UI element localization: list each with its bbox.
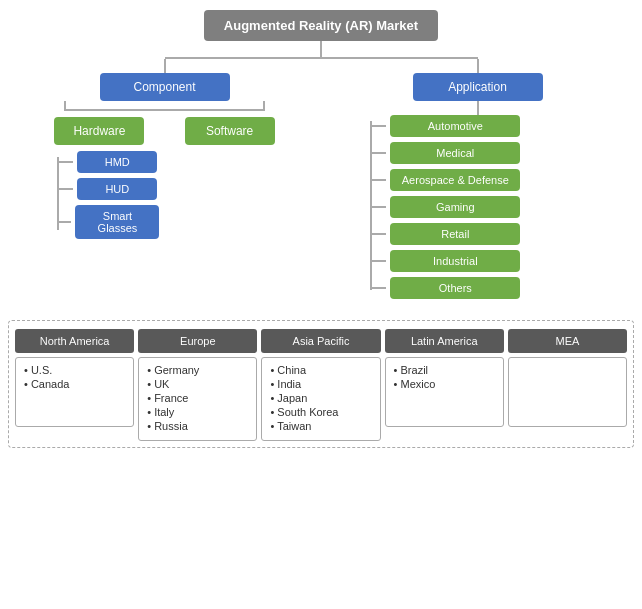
app-item-box: Others	[390, 277, 520, 299]
app-horiz-connector	[370, 260, 386, 262]
hw-horiz-connector	[57, 161, 73, 163]
region-header: North America	[15, 329, 134, 353]
hardware-col: Hardware HMDHUDSmart Glasses	[39, 117, 159, 244]
software-col: Software	[170, 117, 290, 145]
application-box: Application	[413, 73, 543, 101]
app-item-row: Retail	[370, 223, 602, 245]
hw-vert-bar	[57, 157, 59, 230]
hw-horiz-connector	[57, 188, 73, 190]
app-horiz-connector	[370, 152, 386, 154]
comp-horiz	[64, 109, 264, 111]
region-item: Germany	[147, 364, 248, 376]
region-content: BrazilMexico	[385, 357, 504, 427]
region-header: Latin America	[385, 329, 504, 353]
root-vert-line	[320, 41, 322, 57]
region-header: Asia Pacific	[261, 329, 380, 353]
region-item: India	[270, 378, 371, 390]
app-horiz-connector	[370, 206, 386, 208]
region-col: Asia PacificChinaIndiaJapanSouth KoreaTa…	[261, 329, 380, 441]
regions-row: North AmericaU.S.CanadaEuropeGermanyUKFr…	[15, 329, 627, 441]
root-label: Augmented Reality (AR) Market	[204, 10, 438, 41]
hw-item-row: HMD	[57, 151, 159, 173]
main-container: Augmented Reality (AR) Market Component	[0, 0, 642, 458]
region-col: North AmericaU.S.Canada	[15, 329, 134, 441]
region-item: Japan	[270, 392, 371, 404]
app-item-row: Automotive	[370, 115, 602, 137]
region-item: South Korea	[270, 406, 371, 418]
region-item: Taiwan	[270, 420, 371, 432]
app-vert-top	[477, 59, 479, 73]
app-item-row: Others	[370, 277, 602, 299]
region-header: Europe	[138, 329, 257, 353]
app-horiz-connector	[370, 179, 386, 181]
level1-row: Component Hardware HMDHUDSmart Glasses	[8, 59, 634, 304]
region-item: Canada	[24, 378, 125, 390]
region-item: Mexico	[394, 378, 495, 390]
app-vert-bar	[370, 121, 372, 290]
region-item: China	[270, 364, 371, 376]
hw-item-box: Smart Glasses	[75, 205, 159, 239]
region-content: GermanyUKFranceItalyRussia	[138, 357, 257, 441]
app-horiz-connector	[370, 233, 386, 235]
hw-children: HMDHUDSmart Glasses	[39, 151, 159, 244]
app-item-box: Medical	[390, 142, 520, 164]
region-item: Italy	[147, 406, 248, 418]
hardware-box: Hardware	[54, 117, 144, 145]
region-col: Latin AmericaBrazilMexico	[385, 329, 504, 441]
region-item: Brazil	[394, 364, 495, 376]
hw-horiz-connector	[57, 221, 71, 223]
application-side: Application AutomotiveMedicalAerospace &…	[321, 59, 634, 304]
region-col: EuropeGermanyUKFranceItalyRussia	[138, 329, 257, 441]
sw-drop1	[263, 101, 265, 109]
region-item: UK	[147, 378, 248, 390]
app-item-row: Gaming	[370, 196, 602, 218]
app-horiz-connector	[370, 287, 386, 289]
app-vert-mid	[477, 101, 479, 115]
app-item-box: Retail	[390, 223, 520, 245]
app-item-row: Medical	[370, 142, 602, 164]
app-item-row: Aerospace & Defense	[370, 169, 602, 191]
root-node: Augmented Reality (AR) Market	[8, 10, 634, 41]
region-col: MEA	[508, 329, 627, 441]
region-header: MEA	[508, 329, 627, 353]
region-content: ChinaIndiaJapanSouth KoreaTaiwan	[261, 357, 380, 441]
component-side: Component Hardware HMDHUDSmart Glasses	[8, 59, 321, 304]
region-content: U.S.Canada	[15, 357, 134, 427]
hw-item-row: HUD	[57, 178, 159, 200]
software-box: Software	[185, 117, 275, 145]
region-item: Russia	[147, 420, 248, 432]
component-vert	[164, 59, 166, 73]
hw-sw-row: Hardware HMDHUDSmart Glasses Software	[39, 117, 289, 244]
hw-item-box: HMD	[77, 151, 157, 173]
app-item-row: Industrial	[370, 250, 602, 272]
hw-item-box: HUD	[77, 178, 157, 200]
app-items-container: AutomotiveMedicalAerospace & DefenseGami…	[352, 115, 602, 304]
region-content	[508, 357, 627, 427]
region-item: France	[147, 392, 248, 404]
app-item-box: Aerospace & Defense	[390, 169, 520, 191]
component-box: Component	[100, 73, 230, 101]
app-item-box: Automotive	[390, 115, 520, 137]
app-item-box: Gaming	[390, 196, 520, 218]
hw-drop1	[64, 101, 66, 109]
app-item-box: Industrial	[390, 250, 520, 272]
top-horiz-line	[8, 57, 634, 59]
hw-item-row: Smart Glasses	[57, 205, 159, 239]
app-horiz-connector	[370, 125, 386, 127]
dashed-region: North AmericaU.S.CanadaEuropeGermanyUKFr…	[8, 320, 634, 448]
region-item: U.S.	[24, 364, 125, 376]
